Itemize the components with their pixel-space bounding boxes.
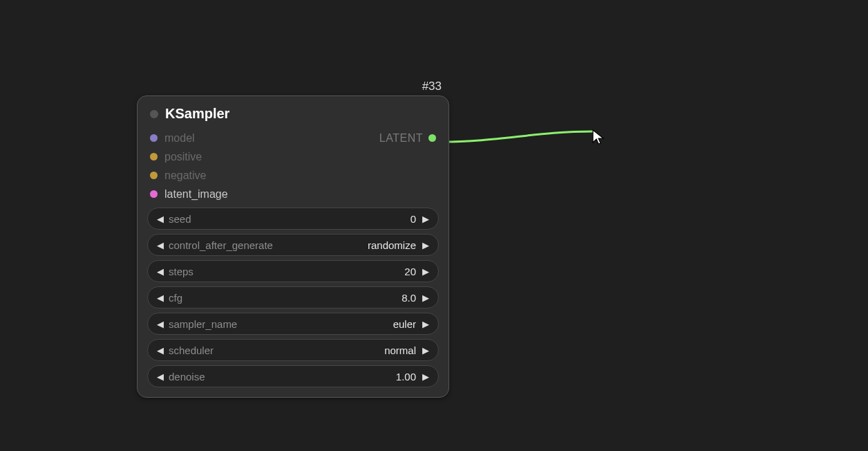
output-port-latent[interactable] — [428, 134, 436, 142]
chevron-left-icon[interactable]: ◀ — [155, 319, 166, 329]
widget-sampler-name[interactable]: ◀ sampler_name euler ▶ — [147, 313, 439, 335]
widget-label: steps — [169, 266, 194, 277]
chevron-left-icon[interactable]: ◀ — [155, 293, 166, 303]
chevron-left-icon[interactable]: ◀ — [155, 214, 166, 224]
input-port-latent-image[interactable] — [150, 190, 158, 198]
widget-steps[interactable]: ◀ steps 20 ▶ — [147, 260, 439, 282]
chevron-right-icon[interactable]: ▶ — [420, 345, 431, 356]
input-port-negative[interactable] — [150, 172, 158, 179]
widget-label: scheduler — [169, 344, 214, 356]
chevron-left-icon[interactable]: ◀ — [155, 266, 166, 277]
input-label: positive — [164, 151, 202, 163]
node-id-badge: #33 — [422, 80, 442, 93]
input-label: negative — [164, 169, 207, 182]
widget-value[interactable]: 1.00 — [396, 371, 416, 383]
widget-cfg[interactable]: ◀ cfg 8.0 ▶ — [147, 286, 439, 309]
input-label: model — [164, 132, 195, 145]
collapse-dot-icon[interactable] — [150, 110, 158, 118]
node-header[interactable]: KSampler — [138, 96, 449, 129]
chevron-left-icon[interactable]: ◀ — [155, 345, 166, 356]
chevron-right-icon[interactable]: ▶ — [420, 266, 431, 277]
widget-value[interactable]: normal — [384, 344, 416, 356]
chevron-right-icon[interactable]: ▶ — [420, 293, 431, 303]
widget-label: sampler_name — [169, 318, 237, 330]
output-label: LATENT — [379, 132, 423, 145]
widget-label: denoise — [169, 371, 205, 383]
widget-scheduler[interactable]: ◀ scheduler normal ▶ — [147, 339, 439, 361]
widget-value[interactable]: 20 — [404, 266, 416, 277]
widget-denoise[interactable]: ◀ denoise 1.00 ▶ — [147, 365, 439, 387]
node-ksampler[interactable]: #33 KSampler model LATENT positive — [137, 95, 449, 398]
widget-value[interactable]: 0 — [411, 213, 416, 225]
chevron-right-icon[interactable]: ▶ — [420, 214, 431, 224]
widget-list: ◀ seed 0 ▶ ◀ control_after_generate rand… — [138, 203, 449, 387]
widget-seed[interactable]: ◀ seed 0 ▶ — [147, 208, 439, 230]
cursor-icon — [592, 129, 607, 145]
chevron-right-icon[interactable]: ▶ — [420, 240, 431, 250]
widget-value[interactable]: euler — [393, 318, 416, 330]
node-graph-canvas[interactable]: #33 KSampler model LATENT positive — [0, 0, 868, 451]
input-label: latent_image — [164, 188, 228, 201]
input-port-model[interactable] — [150, 134, 158, 142]
chevron-right-icon[interactable]: ▶ — [420, 319, 431, 329]
widget-control-after-generate[interactable]: ◀ control_after_generate randomize ▶ — [147, 234, 439, 256]
chevron-left-icon[interactable]: ◀ — [155, 371, 166, 382]
chevron-left-icon[interactable]: ◀ — [155, 240, 166, 250]
widget-label: seed — [169, 213, 191, 225]
chevron-right-icon[interactable]: ▶ — [420, 371, 431, 382]
widget-label: control_after_generate — [169, 239, 273, 251]
node-title: KSampler — [165, 106, 229, 122]
widget-value[interactable]: randomize — [368, 239, 416, 251]
widget-label: cfg — [169, 292, 182, 304]
widget-value[interactable]: 8.0 — [402, 292, 416, 304]
input-port-positive[interactable] — [150, 153, 158, 160]
